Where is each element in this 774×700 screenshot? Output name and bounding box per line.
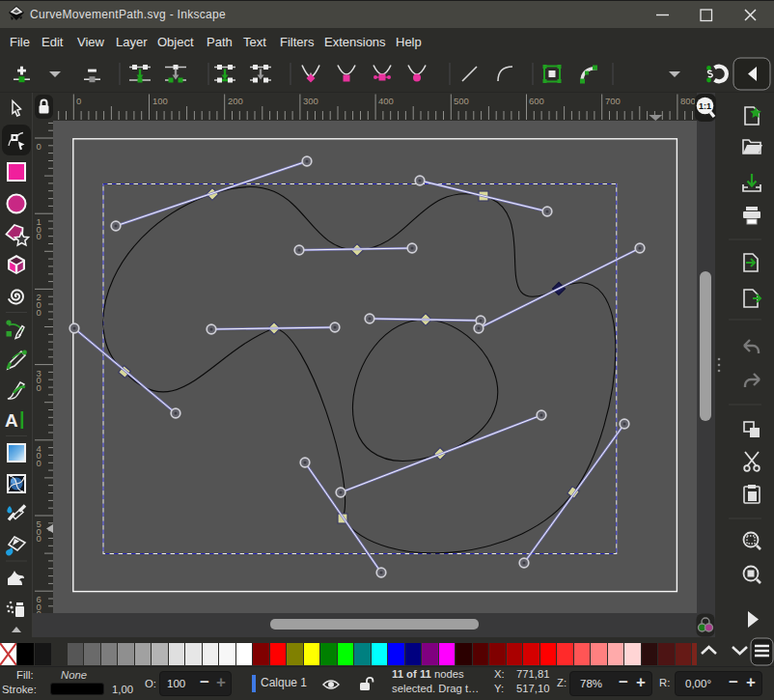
- svg-text:100: 100: [152, 96, 168, 106]
- svg-text:0: 0: [37, 458, 41, 468]
- svg-text:500: 500: [454, 96, 469, 106]
- svg-text:400: 400: [378, 96, 394, 106]
- svg-text:300: 300: [303, 96, 318, 106]
- svg-text:0: 0: [37, 382, 41, 393]
- svg-text:A: A: [5, 410, 18, 431]
- svg-text:0: 0: [37, 231, 41, 241]
- svg-text:1:1: 1:1: [699, 101, 711, 111]
- svg-text:0: 0: [37, 141, 41, 152]
- svg-text:600: 600: [529, 96, 544, 106]
- svg-text:700: 700: [605, 96, 621, 106]
- svg-text:0: 0: [76, 96, 81, 106]
- svg-text:0: 0: [37, 307, 41, 318]
- svg-text:200: 200: [228, 96, 243, 106]
- svg-text:0: 0: [37, 533, 41, 544]
